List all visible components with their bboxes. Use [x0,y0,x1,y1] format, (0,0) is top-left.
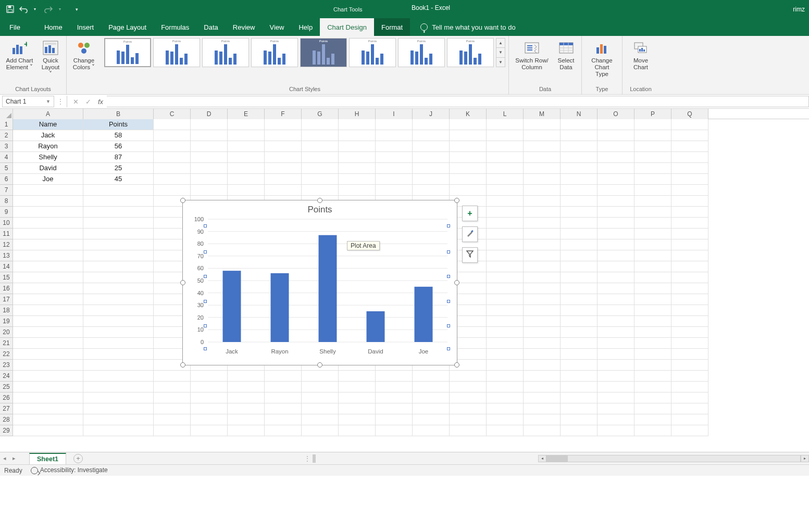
cell-L11[interactable] [487,229,524,239]
cell-I4[interactable] [376,152,413,163]
cell-N7[interactable] [561,185,598,196]
cell-C2[interactable] [154,130,191,141]
cell-D1[interactable] [191,119,228,130]
cell-C27[interactable] [154,403,191,414]
cell-B27[interactable] [83,403,154,414]
gallery-scroll-down[interactable]: ▼ [496,48,505,57]
cell-O3[interactable] [598,141,634,152]
cell-N28[interactable] [561,414,598,425]
cell-N10[interactable] [561,218,598,229]
cell-Q11[interactable] [671,229,708,239]
cell-Q7[interactable] [671,185,708,196]
cell-B7[interactable] [83,185,154,196]
cell-O27[interactable] [598,403,634,414]
cell-C7[interactable] [154,185,191,196]
cell-I27[interactable] [376,403,413,414]
cell-L1[interactable] [487,119,524,130]
cell-B24[interactable] [83,371,154,382]
cell-O20[interactable] [598,327,634,338]
cell-P15[interactable] [634,272,671,283]
cell-N27[interactable] [561,403,598,414]
cell-L10[interactable] [487,218,524,229]
cell-Q21[interactable] [671,338,708,349]
cell-N5[interactable] [561,163,598,174]
cell-Q12[interactable] [671,239,708,250]
resize-handle-nw[interactable] [180,198,185,203]
cell-P13[interactable] [634,250,671,261]
cell-J24[interactable] [413,371,450,382]
cell-M15[interactable] [524,272,561,283]
cell-F2[interactable] [265,130,302,141]
cell-L27[interactable] [487,403,524,414]
cell-M2[interactable] [524,130,561,141]
cell-M20[interactable] [524,327,561,338]
name-box[interactable]: Chart 1 ▼ [2,96,54,107]
cell-O13[interactable] [598,250,634,261]
col-header-J[interactable]: J [413,109,450,119]
resize-handle-n[interactable] [317,198,322,203]
row-header-25[interactable]: 25 [0,382,13,392]
cell-M13[interactable] [524,250,561,261]
cell-O10[interactable] [598,218,634,229]
cell-N17[interactable] [561,294,598,305]
cell-O7[interactable] [598,185,634,196]
col-header-O[interactable]: O [598,109,634,119]
cell-A27[interactable] [13,403,83,414]
cell-O22[interactable] [598,349,634,360]
add-sheet-button[interactable]: + [73,454,83,463]
cell-P8[interactable] [634,196,671,207]
cell-O18[interactable] [598,305,634,316]
save-icon[interactable] [5,5,15,14]
undo-dropdown-icon[interactable]: ▾ [30,5,40,14]
cell-M21[interactable] [524,338,561,349]
cell-O4[interactable] [598,152,634,163]
tab-insert[interactable]: Insert [70,18,102,36]
cell-A7[interactable] [13,185,83,196]
cell-C1[interactable] [154,119,191,130]
cell-Q2[interactable] [671,130,708,141]
cell-N15[interactable] [561,272,598,283]
cell-B6[interactable]: 45 [83,174,154,185]
undo-icon[interactable] [19,5,28,14]
cell-M9[interactable] [524,207,561,218]
cell-A2[interactable]: Jack [13,130,83,141]
cell-N4[interactable] [561,152,598,163]
tab-scroll-options-icon[interactable]: ⋮ [304,455,310,462]
cell-H29[interactable] [339,425,376,436]
redo-dropdown-icon[interactable]: ▾ [55,5,65,14]
cell-N16[interactable] [561,283,598,294]
cell-E7[interactable] [228,185,265,196]
cell-M5[interactable] [524,163,561,174]
cell-Q18[interactable] [671,305,708,316]
cell-N9[interactable] [561,207,598,218]
cell-N18[interactable] [561,305,598,316]
cell-E25[interactable] [228,382,265,392]
row-header-26[interactable]: 26 [0,392,13,403]
cell-O11[interactable] [598,229,634,239]
cell-F29[interactable] [265,425,302,436]
cell-P5[interactable] [634,163,671,174]
cell-K2[interactable] [450,130,487,141]
cell-L19[interactable] [487,316,524,327]
cell-F5[interactable] [265,163,302,174]
row-header-6[interactable]: 6 [0,174,13,185]
cell-N14[interactable] [561,261,598,272]
cell-P26[interactable] [634,392,671,403]
cell-Q20[interactable] [671,327,708,338]
cell-Q9[interactable] [671,207,708,218]
cell-N2[interactable] [561,130,598,141]
cell-K25[interactable] [450,382,487,392]
cell-H26[interactable] [339,392,376,403]
cell-B22[interactable] [83,349,154,360]
cell-K4[interactable] [450,152,487,163]
cell-B1[interactable]: Points [83,119,154,130]
cell-Q4[interactable] [671,152,708,163]
cell-N20[interactable] [561,327,598,338]
cell-J6[interactable] [413,174,450,185]
row-header-19[interactable]: 19 [0,316,13,327]
row-header-9[interactable]: 9 [0,207,13,218]
cell-J7[interactable] [413,185,450,196]
row-header-11[interactable]: 11 [0,229,13,239]
cell-A10[interactable] [13,218,83,229]
cell-G24[interactable] [302,371,339,382]
